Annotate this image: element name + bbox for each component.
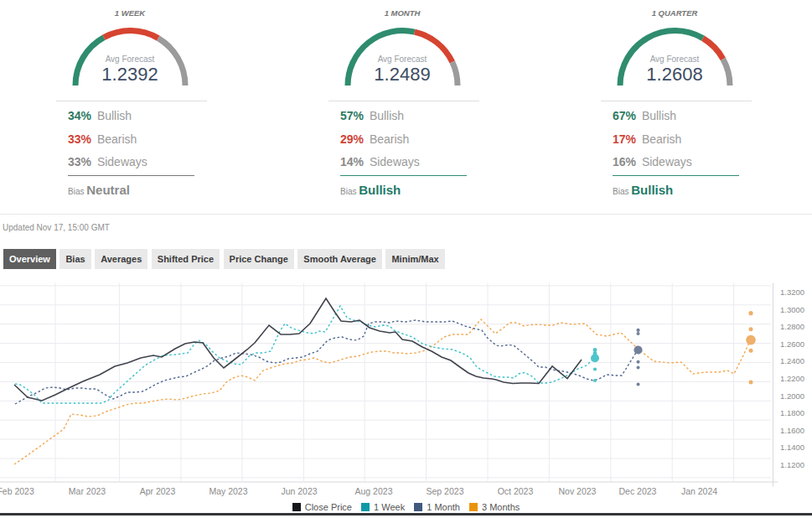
svg-text:1.1800: 1.1800 [780, 408, 804, 417]
svg-text:May 2023: May 2023 [209, 486, 247, 496]
svg-text:1.2400: 1.2400 [780, 356, 804, 365]
svg-text:Oct 2023: Oct 2023 [498, 486, 534, 496]
svg-text:1.1600: 1.1600 [780, 426, 804, 435]
svg-text:Jan 2024: Jan 2024 [681, 486, 717, 496]
svg-text:Mar 2023: Mar 2023 [69, 486, 106, 496]
svg-text:1.2200: 1.2200 [780, 374, 804, 383]
svg-text:Aug 2023: Aug 2023 [355, 486, 393, 496]
svg-text:1.2800: 1.2800 [780, 322, 804, 331]
svg-text:1.2600: 1.2600 [780, 339, 804, 349]
svg-text:1.2000: 1.2000 [780, 391, 804, 401]
svg-text:1.1400: 1.1400 [780, 443, 804, 452]
svg-text:Jun 2023: Jun 2023 [281, 486, 317, 496]
svg-text:1.1200: 1.1200 [780, 460, 804, 469]
svg-text:Apr 2023: Apr 2023 [140, 486, 176, 496]
svg-text:Sep 2023: Sep 2023 [427, 486, 464, 496]
svg-text:1.3200: 1.3200 [780, 287, 804, 297]
svg-text:Dec 2023: Dec 2023 [619, 486, 657, 496]
svg-text:Feb 2023: Feb 2023 [0, 486, 34, 496]
svg-text:Nov 2023: Nov 2023 [559, 486, 597, 496]
svg-text:1.3000: 1.3000 [780, 305, 804, 314]
